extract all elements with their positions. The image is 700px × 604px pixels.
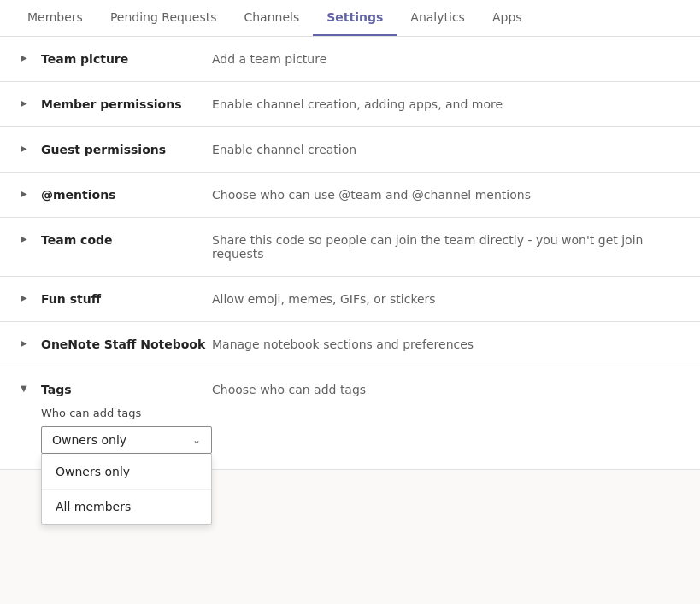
content-area: ▶ Team picture Add a team picture ▶ Memb… — [0, 37, 700, 604]
who-can-label: Who can add tags — [41, 407, 700, 419]
tags-dropdown-selected[interactable]: Owners only ⌄ — [41, 426, 212, 454]
row-desc-onenote: Manage notebook sections and preferences — [212, 337, 679, 351]
row-label-member-permissions: Member permissions — [41, 97, 212, 111]
chevron-icon[interactable]: ▶ — [21, 189, 34, 198]
row-header: ▶ Team picture Add a team picture — [21, 52, 679, 66]
tab-members[interactable]: Members — [14, 0, 97, 36]
dropdown-arrow-icon: ⌄ — [192, 434, 201, 446]
row-label-team-picture: Team picture — [41, 52, 212, 66]
tab-analytics[interactable]: Analytics — [397, 0, 479, 36]
settings-row-onenote: ▶ OneNote Staff Notebook Manage notebook… — [0, 322, 700, 367]
tab-channels[interactable]: Channels — [230, 0, 313, 36]
chevron-icon[interactable]: ▶ — [21, 144, 34, 153]
row-header: ▶ Fun stuff Allow emoji, memes, GIFs, or… — [21, 292, 679, 306]
settings-row-guest-permissions: ▶ Guest permissions Enable channel creat… — [0, 127, 700, 173]
row-header-tags: ▼ Tags Choose who can add tags — [21, 383, 679, 396]
tab-bar: Members Pending Requests Channels Settin… — [0, 0, 700, 37]
tags-dropdown-menu: Owners only All members — [41, 454, 212, 525]
tab-pending-requests[interactable]: Pending Requests — [97, 0, 231, 36]
row-desc-guest-permissions: Enable channel creation — [212, 143, 679, 156]
settings-row-team-picture: ▶ Team picture Add a team picture — [0, 37, 700, 82]
row-desc-team-picture: Add a team picture — [212, 52, 679, 66]
row-label-tags: Tags — [41, 383, 212, 396]
row-label-onenote: OneNote Staff Notebook — [41, 337, 212, 351]
settings-row-team-code: ▶ Team code Share this code so people ca… — [0, 218, 700, 277]
app-container: Members Pending Requests Channels Settin… — [0, 0, 700, 604]
tags-expanded-content: Who can add tags Owners only ⌄ Owners on… — [41, 407, 700, 454]
settings-row-mentions: ▶ @mentions Choose who can use @team and… — [0, 173, 700, 218]
row-header: ▶ @mentions Choose who can use @team and… — [21, 188, 679, 202]
row-header: ▶ Guest permissions Enable channel creat… — [21, 143, 679, 156]
settings-row-fun-stuff: ▶ Fun stuff Allow emoji, memes, GIFs, or… — [0, 277, 700, 322]
row-header: ▶ Team code Share this code so people ca… — [21, 233, 679, 261]
tab-settings[interactable]: Settings — [313, 0, 397, 36]
chevron-icon[interactable]: ▶ — [21, 234, 34, 243]
row-label-mentions: @mentions — [41, 188, 212, 202]
chevron-icon[interactable]: ▶ — [21, 338, 34, 348]
row-desc-fun-stuff: Allow emoji, memes, GIFs, or stickers — [212, 292, 679, 306]
row-desc-tags: Choose who can add tags — [212, 383, 679, 396]
row-label-fun-stuff: Fun stuff — [41, 292, 212, 306]
row-desc-team-code: Share this code so people can join the t… — [212, 233, 679, 261]
tab-apps[interactable]: Apps — [479, 0, 536, 36]
tags-option-owners-only[interactable]: Owners only — [42, 454, 211, 490]
row-label-team-code: Team code — [41, 233, 212, 247]
tags-dropdown-container: Owners only ⌄ Owners only All members — [41, 426, 212, 454]
chevron-icon[interactable]: ▶ — [21, 53, 34, 62]
settings-row-tags: ▼ Tags Choose who can add tags Who can a… — [0, 367, 700, 470]
chevron-icon[interactable]: ▶ — [21, 293, 34, 302]
row-header: ▶ Member permissions Enable channel crea… — [21, 97, 679, 111]
tags-option-all-members[interactable]: All members — [42, 490, 211, 524]
row-desc-mentions: Choose who can use @team and @channel me… — [212, 188, 679, 202]
row-desc-member-permissions: Enable channel creation, adding apps, an… — [212, 97, 679, 111]
row-label-guest-permissions: Guest permissions — [41, 143, 212, 156]
tags-dropdown-value: Owners only — [52, 433, 126, 447]
chevron-tags-icon[interactable]: ▼ — [21, 384, 34, 393]
row-header: ▶ OneNote Staff Notebook Manage notebook… — [21, 337, 679, 351]
chevron-icon[interactable]: ▶ — [21, 98, 34, 108]
settings-row-member-permissions: ▶ Member permissions Enable channel crea… — [0, 82, 700, 127]
